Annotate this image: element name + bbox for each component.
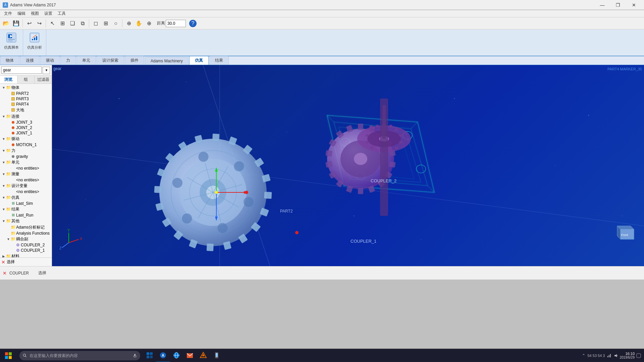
tree-node-part4[interactable]: PART4: [0, 102, 52, 107]
tree-expand-wuti[interactable]: ▼: [1, 85, 6, 90]
tree-expand-danyuan[interactable]: ▼: [1, 160, 6, 165]
tree-expand-qudong[interactable]: ▼: [1, 136, 6, 141]
minimize-button[interactable]: —: [595, 0, 610, 10]
taskbar-clock[interactable]: 16:10 2019/6/29: [620, 352, 635, 359]
sim-analysis-icon[interactable]: [28, 31, 41, 44]
nav-tab-0[interactable]: 物体: [0, 56, 19, 65]
tree-node-qita[interactable]: ▼📁其他: [0, 218, 52, 224]
nav-cube[interactable]: Front: [610, 219, 637, 246]
menu-item-视图[interactable]: 视图: [28, 10, 42, 17]
menu-item-文件[interactable]: 文件: [1, 10, 15, 17]
tree-node-gravity[interactable]: gravity: [0, 154, 52, 159]
tree-expand-lianjie[interactable]: ▼: [1, 114, 6, 119]
tree-expand-qita[interactable]: ▼: [1, 219, 6, 223]
tree-node-no-entities1[interactable]: <no entities>: [0, 166, 52, 171]
tree-expand-coupling[interactable]: ▼: [6, 237, 11, 241]
close-button[interactable]: ✕: [626, 0, 641, 10]
tree-node-last-run[interactable]: ⊞Last_Run: [0, 213, 52, 218]
toolbar-btn-copy[interactable]: ⧉: [78, 19, 87, 28]
tree-expand-analysis-functions[interactable]: [6, 231, 11, 236]
tree-expand-last-sim[interactable]: [6, 201, 11, 206]
tree-expand-li[interactable]: ▼: [1, 148, 6, 153]
taskbar-search-input[interactable]: [30, 353, 130, 358]
tree-node-jieguo[interactable]: ▼📁结果: [0, 206, 52, 213]
filter-tab-browse[interactable]: 浏览: [0, 76, 17, 83]
nav-tab-6[interactable]: 插件: [125, 56, 144, 65]
nav-tab-7[interactable]: Adams Machinery: [145, 57, 189, 65]
menu-item-工具[interactable]: 工具: [55, 10, 68, 17]
tree-expand-coupler2[interactable]: [11, 243, 15, 247]
tree-node-adams-analysis[interactable]: 📁Adams分析标记: [0, 224, 52, 231]
toolbar-btn-box1[interactable]: ◻: [91, 19, 100, 28]
tree-node-qudong[interactable]: ▼📁驱动: [0, 136, 52, 142]
tree-expand-no-entities2[interactable]: [6, 178, 11, 182]
tree-expand-material[interactable]: ▶: [1, 254, 6, 257]
tree-expand-motion1[interactable]: [6, 142, 11, 147]
taskbar-app-adams[interactable]: A: [156, 349, 170, 362]
tree-expand-part3[interactable]: [6, 97, 11, 101]
tray-icon-1[interactable]: ⌃: [581, 353, 586, 358]
tree-expand-celiang[interactable]: ▼: [1, 172, 6, 176]
start-button[interactable]: [0, 349, 17, 362]
tray-sound[interactable]: [613, 353, 619, 358]
sim-run-icon[interactable]: [5, 31, 18, 44]
tree-expand-last-run[interactable]: [6, 213, 11, 218]
toolbar-btn-box-select[interactable]: ❑: [68, 19, 77, 28]
toolbar-btn-zoom[interactable]: ⊕: [144, 19, 154, 28]
filter-tab-group[interactable]: 组: [17, 76, 35, 83]
tree-node-coupling[interactable]: ▼📁耦合副: [0, 236, 52, 242]
tree-expand-no-entities3[interactable]: [6, 189, 11, 194]
taskbar-app-view[interactable]: [143, 349, 156, 362]
toolbar-btn-save[interactable]: 💾: [11, 19, 21, 28]
tree-expand-part2[interactable]: [6, 91, 11, 96]
tree-expand-coupler1[interactable]: [11, 248, 15, 253]
tree-node-analysis-functions[interactable]: 📁Analysis Functions: [0, 231, 52, 236]
tree-expand-part4[interactable]: [6, 102, 11, 107]
tree-node-part3[interactable]: PART3: [0, 96, 52, 102]
nav-tab-9[interactable]: 结果: [209, 56, 229, 65]
tree-expand-dadi[interactable]: [6, 108, 11, 112]
tree-node-joint1[interactable]: JOINT_1: [0, 130, 52, 136]
toolbar-btn-pan[interactable]: ✋: [134, 19, 144, 28]
tree-node-wuti[interactable]: ▼📁物体: [0, 84, 52, 91]
tree-node-fangzhen[interactable]: ▼📁仿真: [0, 194, 52, 201]
search-input[interactable]: [1, 66, 42, 74]
tree-node-motion1[interactable]: MOTION_1: [0, 142, 52, 147]
nav-tab-5[interactable]: 设计探索: [97, 56, 124, 65]
menu-item-编辑[interactable]: 编辑: [15, 10, 28, 17]
tree-node-part2[interactable]: PART2: [0, 91, 52, 96]
filter-tab-filter[interactable]: 过滤器: [35, 76, 52, 83]
maximize-button[interactable]: ❐: [610, 0, 626, 10]
tree-node-coupler1[interactable]: ⚙COUPLER_1: [0, 248, 52, 253]
tree-node-li[interactable]: ▼📁力: [0, 147, 52, 154]
toolbar-btn-grid1[interactable]: ⊞: [101, 19, 110, 28]
tree-node-celiang[interactable]: ▼📁测量: [0, 171, 52, 177]
toolbar-btn-undo[interactable]: ↩: [24, 19, 34, 28]
tray-network[interactable]: [606, 353, 612, 358]
toolbar-btn-redo[interactable]: ↪: [35, 19, 44, 28]
tree-node-material[interactable]: ▶📁材料: [0, 253, 52, 258]
tree-expand-no-entities1[interactable]: [6, 166, 11, 171]
nav-tab-4[interactable]: 单元: [76, 56, 96, 65]
toolbar-btn-axis[interactable]: ⊕: [124, 19, 133, 28]
tray-notification[interactable]: [636, 353, 641, 358]
tree-expand-gravity[interactable]: [6, 154, 11, 159]
tree-expand-joint3[interactable]: [6, 120, 11, 125]
viewport[interactable]: gear PART4 MARKER_35: [52, 65, 644, 266]
tree-expand-sheji-bianliang[interactable]: ▼: [1, 183, 6, 188]
nav-tab-2[interactable]: 驱动: [40, 56, 60, 65]
tree-node-dadi[interactable]: 大地: [0, 107, 52, 113]
tree-expand-adams-analysis[interactable]: [6, 225, 11, 230]
search-dropdown[interactable]: ▼: [43, 67, 50, 74]
taskbar-app-browser[interactable]: [170, 349, 183, 362]
tree-node-last-sim[interactable]: ⊞Last_Sim: [0, 201, 52, 206]
help-button[interactable]: ?: [189, 20, 197, 27]
toolbar-btn-grid-view[interactable]: ⊞: [58, 19, 67, 28]
nav-tab-8[interactable]: 仿真: [189, 56, 209, 65]
tree-node-joint2[interactable]: JOINT_2: [0, 125, 52, 130]
tree-node-lianjie[interactable]: ▼📁连接: [0, 113, 52, 120]
tree-node-sheji-bianliang[interactable]: ▼📁设计变量: [0, 183, 52, 189]
tree-node-joint3[interactable]: JOINT_3: [0, 120, 52, 125]
tree-node-coupler2[interactable]: ⚙COUPLER_2: [0, 242, 52, 248]
nav-tab-3[interactable]: 力: [60, 56, 76, 65]
